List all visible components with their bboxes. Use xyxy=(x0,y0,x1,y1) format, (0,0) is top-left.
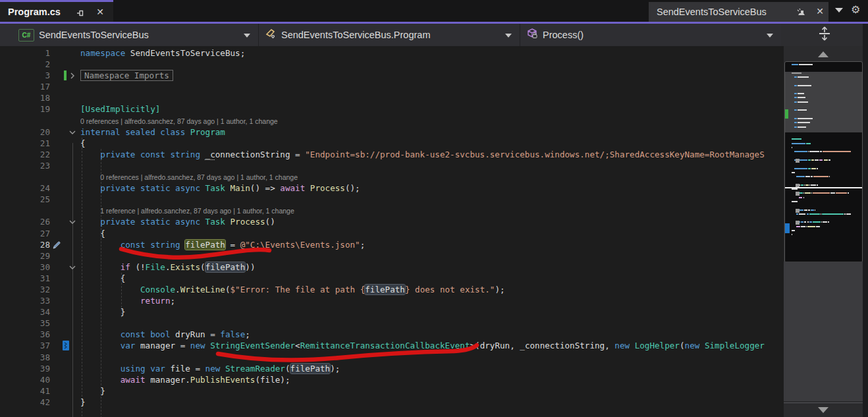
pin-icon[interactable] xyxy=(74,6,87,19)
line-number[interactable]: 3 xyxy=(0,70,50,81)
line-number[interactable]: 37 xyxy=(0,340,50,351)
minimap-line xyxy=(811,159,814,161)
code-editor[interactable]: 1namespace SendEventsToServiceBus;23Name… xyxy=(0,46,784,417)
minimap-line xyxy=(807,213,809,215)
code-line-text[interactable]: { xyxy=(80,228,784,239)
line-number[interactable]: 1 xyxy=(0,47,50,59)
minimap-line xyxy=(792,147,792,148)
line-number[interactable]: 33 xyxy=(0,295,50,306)
minimap-line xyxy=(801,226,805,227)
minimap-line xyxy=(794,85,798,86)
chevron-down-icon xyxy=(767,34,773,38)
line-number[interactable]: 34 xyxy=(0,306,50,318)
minimap-line xyxy=(792,188,798,190)
scroll-up-arrow-icon[interactable] xyxy=(818,51,828,57)
line-number[interactable]: 27 xyxy=(0,228,50,239)
line-number[interactable]: 39 xyxy=(0,363,50,374)
code-line-text[interactable]: Console.WriteLine($"Error: The file at p… xyxy=(80,284,784,295)
split-editor-icon[interactable] xyxy=(818,26,831,44)
code-line-text[interactable]: return; xyxy=(80,295,784,306)
code-line-text[interactable]: } xyxy=(80,397,784,408)
code-line-text[interactable]: } xyxy=(80,306,784,318)
minimap-line xyxy=(794,109,798,111)
minimap-line xyxy=(829,176,830,177)
line-number[interactable]: 38 xyxy=(0,352,50,363)
minimap-line xyxy=(792,72,801,74)
code-row: 34 } xyxy=(0,306,784,318)
fold-expand-icon[interactable] xyxy=(67,72,78,80)
line-number[interactable]: 36 xyxy=(0,329,50,340)
minimap-line xyxy=(806,226,807,227)
gear-icon[interactable]: ⚙ xyxy=(851,3,860,16)
line-number[interactable]: 30 xyxy=(0,262,50,273)
code-line-text[interactable]: { xyxy=(80,273,784,284)
codelens-info[interactable]: 1 reference | alfredo.sanchez, 87 days a… xyxy=(100,206,294,216)
code-line-text[interactable]: { xyxy=(80,138,784,149)
minimap-line xyxy=(811,209,814,211)
line-number[interactable]: 31 xyxy=(0,273,50,284)
splitter-area[interactable] xyxy=(781,24,868,46)
close-icon[interactable]: ✕ xyxy=(813,5,827,18)
collapsed-region-pill[interactable]: Namespace Imports xyxy=(80,70,173,81)
code-line-text[interactable]: const string filePath = @"C:\Events\Even… xyxy=(80,239,784,250)
codelens-row: 0 references | alfredo.sanchez, 87 days … xyxy=(0,115,784,126)
minimap-line xyxy=(803,192,804,194)
scroll-down-arrow-icon[interactable] xyxy=(818,407,828,413)
minimap-line xyxy=(794,122,798,123)
fold-collapse-icon[interactable] xyxy=(67,128,78,136)
member-dropdown[interactable]: Process() xyxy=(520,24,782,46)
line-number[interactable]: 23 xyxy=(0,160,50,171)
minimap-line xyxy=(811,168,816,169)
line-number[interactable]: 19 xyxy=(0,103,50,115)
codelens-info[interactable]: 0 references | alfredo.sanchez, 87 days … xyxy=(80,116,278,126)
codelens-info[interactable]: 0 references | alfredo.sanchez, 87 days … xyxy=(100,172,298,182)
vs-editor-window: Program.cs ✕ SendEventsToServiceBus ✕ ⚙ … xyxy=(0,0,868,417)
minimap-line xyxy=(798,97,805,98)
line-number[interactable]: 17 xyxy=(0,81,50,92)
project-dropdown[interactable]: C# SendEventsToServiceBus xyxy=(9,24,259,46)
class-icon xyxy=(265,28,277,42)
code-line-text[interactable]: namespace SendEventsToServiceBus; xyxy=(80,47,784,59)
code-line-text[interactable]: private static async Task Process() xyxy=(80,216,784,227)
line-number[interactable]: 22 xyxy=(0,149,50,160)
code-line-text[interactable]: Namespace Imports xyxy=(80,70,784,81)
scrollbar-strip[interactable] xyxy=(784,46,868,417)
minimap-line xyxy=(796,213,798,215)
code-line-text[interactable]: } xyxy=(80,385,784,397)
line-number[interactable]: 21 xyxy=(0,138,50,149)
tab-program-cs[interactable]: Program.cs ✕ xyxy=(0,0,113,22)
minimap-line xyxy=(794,126,798,128)
close-icon[interactable]: ✕ xyxy=(94,5,107,18)
code-line-text[interactable]: internal sealed class Program xyxy=(80,126,784,138)
code-row: 27 { xyxy=(0,228,784,239)
line-number[interactable]: 25 xyxy=(0,194,50,205)
fold-collapse-icon[interactable] xyxy=(67,264,78,271)
type-dropdown[interactable]: SendEventsToServiceBus.Program xyxy=(258,24,520,46)
line-number[interactable]: 41 xyxy=(0,385,50,397)
line-number[interactable]: 42 xyxy=(0,397,50,408)
chevron-down-icon[interactable] xyxy=(835,8,843,13)
line-number[interactable]: 40 xyxy=(0,374,50,385)
code-line-text[interactable]: var manager = new StringEventSender<Remi… xyxy=(80,340,784,351)
code-line-text[interactable]: private static async Task Main() => awai… xyxy=(80,182,784,194)
dock-window-icon[interactable] xyxy=(795,6,808,19)
line-number[interactable]: 24 xyxy=(0,182,50,194)
line-number[interactable]: 20 xyxy=(0,126,50,138)
minimap[interactable] xyxy=(784,61,863,263)
code-line-text[interactable]: if (!File.Exists(filePath)) xyxy=(80,262,784,273)
line-number[interactable]: 29 xyxy=(0,250,50,262)
code-line-text[interactable]: [UsedImplicitly] xyxy=(80,103,784,115)
tab-send-events-to-service-bus[interactable]: SendEventsToServiceBus ✕ xyxy=(649,2,828,22)
code-line-text[interactable]: using var file = new StreamReader(filePa… xyxy=(80,363,784,374)
code-line-text[interactable]: const bool dryRun = false; xyxy=(80,329,784,340)
code-line-text[interactable]: private const string _connectionString =… xyxy=(80,149,784,160)
line-number[interactable]: 2 xyxy=(0,59,50,70)
line-number[interactable]: 28 xyxy=(0,239,50,250)
line-number[interactable]: 26 xyxy=(0,216,50,227)
line-number[interactable]: 18 xyxy=(0,92,50,103)
line-number[interactable]: 35 xyxy=(0,318,50,329)
fold-collapse-icon[interactable] xyxy=(67,218,78,226)
scrollbar-track[interactable] xyxy=(784,262,863,401)
code-line-text[interactable]: await manager.PublishEvents(file); xyxy=(80,374,784,385)
line-number[interactable]: 32 xyxy=(0,284,50,295)
